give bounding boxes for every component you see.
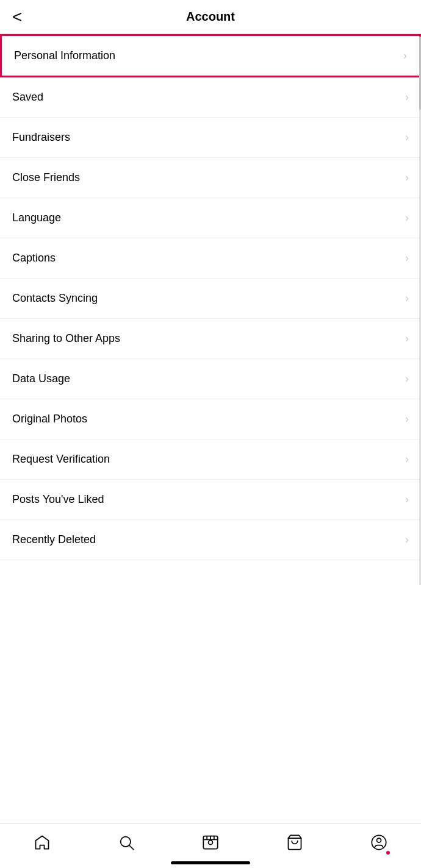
menu-item-label-recently-deleted: Recently Deleted [12, 533, 96, 546]
shop-icon [284, 831, 306, 853]
menu-item-label-contacts-syncing: Contacts Syncing [12, 292, 98, 305]
menu-item-data-usage[interactable]: Data Usage› [0, 359, 421, 399]
home-icon [31, 831, 53, 853]
menu-list: Personal Information›Saved›Fundraisers›C… [0, 34, 421, 560]
menu-item-saved[interactable]: Saved› [0, 77, 421, 118]
nav-item-search[interactable] [115, 831, 137, 853]
menu-item-original-photos[interactable]: Original Photos› [0, 399, 421, 439]
home-pill [171, 861, 250, 864]
chevron-icon-captions: › [405, 252, 409, 265]
menu-item-label-sharing-other-apps: Sharing to Other Apps [12, 332, 120, 345]
chevron-icon-saved: › [405, 91, 409, 104]
menu-item-recently-deleted[interactable]: Recently Deleted› [0, 520, 421, 560]
chevron-icon-contacts-syncing: › [405, 292, 409, 305]
menu-item-label-posts-liked: Posts You've Liked [12, 493, 104, 506]
menu-item-label-request-verification: Request Verification [12, 453, 110, 466]
profile-notification-dot [386, 851, 390, 855]
svg-line-1 [129, 845, 133, 849]
nav-item-home[interactable] [31, 831, 53, 853]
menu-item-captions[interactable]: Captions› [0, 238, 421, 279]
chevron-icon-close-friends: › [405, 171, 409, 184]
chevron-icon-personal-information: › [403, 49, 407, 62]
chevron-icon-fundraisers: › [405, 131, 409, 144]
search-icon [115, 831, 137, 853]
chevron-icon-language: › [405, 212, 409, 224]
menu-item-fundraisers[interactable]: Fundraisers› [0, 118, 421, 158]
svg-point-3 [209, 841, 213, 845]
menu-item-label-captions: Captions [12, 252, 56, 265]
menu-item-sharing-other-apps[interactable]: Sharing to Other Apps› [0, 319, 421, 359]
menu-item-label-language: Language [12, 212, 61, 224]
reels-icon [200, 831, 221, 853]
profile-icon [368, 831, 390, 853]
menu-item-label-original-photos: Original Photos [12, 413, 87, 425]
nav-item-shop[interactable] [284, 831, 306, 853]
menu-item-posts-liked[interactable]: Posts You've Liked› [0, 480, 421, 520]
chevron-icon-recently-deleted: › [405, 533, 409, 546]
svg-point-0 [121, 837, 131, 847]
menu-item-label-data-usage: Data Usage [12, 372, 70, 385]
menu-item-personal-information[interactable]: Personal Information› [0, 34, 421, 77]
content-area: Personal Information›Saved›Fundraisers›C… [0, 34, 421, 621]
back-button[interactable]: < [12, 9, 22, 26]
chevron-icon-original-photos: › [405, 413, 409, 425]
svg-point-10 [377, 838, 381, 842]
menu-item-request-verification[interactable]: Request Verification› [0, 439, 421, 480]
nav-item-profile[interactable] [368, 831, 390, 853]
chevron-icon-posts-liked: › [405, 493, 409, 506]
menu-item-label-fundraisers: Fundraisers [12, 131, 70, 144]
menu-item-close-friends[interactable]: Close Friends› [0, 158, 421, 198]
page-title: Account [186, 10, 235, 24]
header: < Account [0, 0, 421, 34]
menu-item-label-saved: Saved [12, 91, 43, 104]
menu-item-label-personal-information: Personal Information [14, 49, 115, 62]
menu-item-contacts-syncing[interactable]: Contacts Syncing› [0, 279, 421, 319]
chevron-icon-request-verification: › [405, 453, 409, 466]
chevron-icon-data-usage: › [405, 372, 409, 385]
nav-item-reels[interactable] [200, 831, 221, 853]
menu-item-language[interactable]: Language› [0, 198, 421, 238]
chevron-icon-sharing-other-apps: › [405, 332, 409, 345]
menu-item-label-close-friends: Close Friends [12, 171, 80, 184]
